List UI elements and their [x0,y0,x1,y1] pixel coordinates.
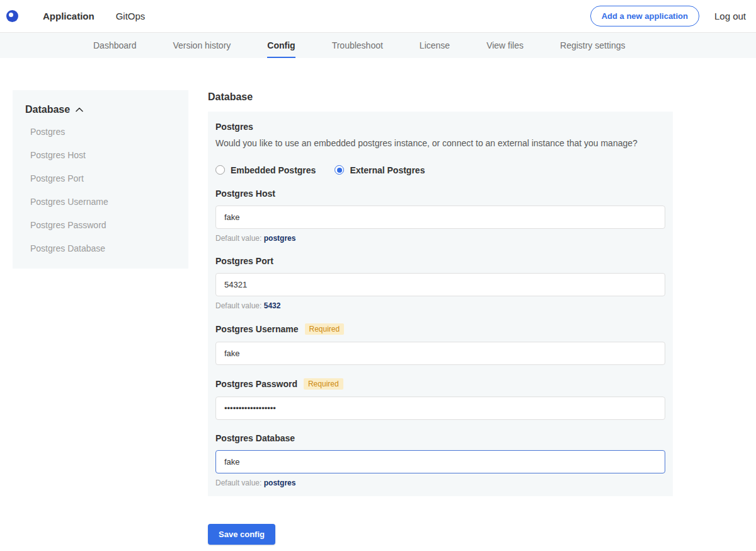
postgres-port-input[interactable] [215,273,665,296]
config-sidebar: Database Postgres Postgres Host Postgres… [13,90,188,269]
postgres-password-input[interactable] [215,397,665,420]
field-label: Postgres Database [215,433,665,443]
tab-view-files[interactable]: View files [486,33,524,58]
sidebar-item-postgres-port[interactable]: Postgres Port [30,173,176,183]
page-title: Database [208,91,673,103]
tab-dashboard[interactable]: Dashboard [93,33,137,58]
sidebar-item-postgres-host[interactable]: Postgres Host [30,150,176,160]
field-label: Postgres Port [215,256,665,266]
tab-registry-settings[interactable]: Registry settings [560,33,625,58]
radio-external-postgres[interactable]: External Postgres [335,165,425,175]
tab-troubleshoot[interactable]: Troubleshoot [332,33,383,58]
postgres-database-input[interactable] [215,450,665,473]
radio-embedded-postgres[interactable]: Embedded Postgres [215,165,316,175]
postgres-mode-radios: Embedded Postgres External Postgres [215,165,665,175]
tab-version-history[interactable]: Version history [173,33,231,58]
sidebar-group-database[interactable]: Database [25,104,176,115]
default-value: 5432 [264,301,281,310]
app-logo-dot [9,13,13,17]
field-postgres-host: Postgres Host Default value: postgres [215,188,665,243]
header-actions: Add a new application Log out [590,6,746,26]
app-logo-icon [6,10,18,22]
field-postgres-database: Postgres Database Default value: postgre… [215,433,665,487]
tab-license[interactable]: License [420,33,450,58]
database-config-card: Postgres Would you like to use an embedd… [208,112,673,496]
sidebar-item-postgres[interactable]: Postgres [30,127,176,137]
radio-selected-icon[interactable] [335,165,344,175]
chevron-up-icon [76,107,83,112]
default-label: Default value: [215,478,261,487]
nav-application[interactable]: Application [43,0,94,32]
top-header: Application GitOps Add a new application… [0,0,756,33]
default-value-hint: Default value: 5432 [215,301,665,310]
postgres-username-input[interactable] [215,342,665,365]
config-content: Database Postgres Postgres Host Postgres… [0,90,756,551]
field-label: Postgres Host [215,188,665,199]
default-value: postgres [264,234,296,243]
default-label: Default value: [215,301,261,310]
field-label-text: Postgres Port [215,256,273,266]
save-config-button[interactable]: Save config [208,524,275,545]
field-label: Postgres Password Required [215,378,665,390]
tab-config[interactable]: Config [267,33,295,58]
nav-gitops[interactable]: GitOps [116,0,146,32]
sidebar-item-postgres-username[interactable]: Postgres Username [30,197,176,207]
postgres-host-input[interactable] [215,206,665,229]
field-label: Postgres Username Required [215,323,665,335]
config-main: Database Postgres Would you like to use … [208,90,673,551]
radio-external-label: External Postgres [350,165,425,175]
field-label-text: Postgres Password [215,379,297,389]
radio-embedded-label: Embedded Postgres [231,165,316,175]
postgres-help-text: Would you like to use an embedded postgr… [215,137,665,149]
sidebar-item-postgres-database[interactable]: Postgres Database [30,243,176,253]
field-label-text: Postgres Username [215,324,299,334]
field-postgres-username: Postgres Username Required [215,323,665,365]
required-badge: Required [304,378,343,390]
required-badge: Required [305,323,345,335]
field-label-text: Postgres Host [215,188,275,199]
sidebar-group-label: Database [25,104,70,115]
default-label: Default value: [215,234,261,243]
sidebar-item-postgres-password[interactable]: Postgres Password [30,220,176,230]
field-label-text: Postgres Database [215,433,295,443]
field-postgres-port: Postgres Port Default value: 5432 [215,256,665,310]
top-nav: Application GitOps [43,0,145,32]
add-application-button[interactable]: Add a new application [590,6,699,26]
default-value-hint: Default value: postgres [215,478,665,487]
default-value: postgres [264,478,296,487]
default-value-hint: Default value: postgres [215,234,665,243]
radio-circle-icon[interactable] [215,165,225,175]
postgres-group-label: Postgres [215,122,665,132]
logout-link[interactable]: Log out [714,11,746,21]
app-subnav: Dashboard Version history Config Trouble… [0,33,756,58]
sidebar-item-list: Postgres Postgres Host Postgres Port Pos… [25,127,176,253]
field-postgres-password: Postgres Password Required [215,378,665,420]
